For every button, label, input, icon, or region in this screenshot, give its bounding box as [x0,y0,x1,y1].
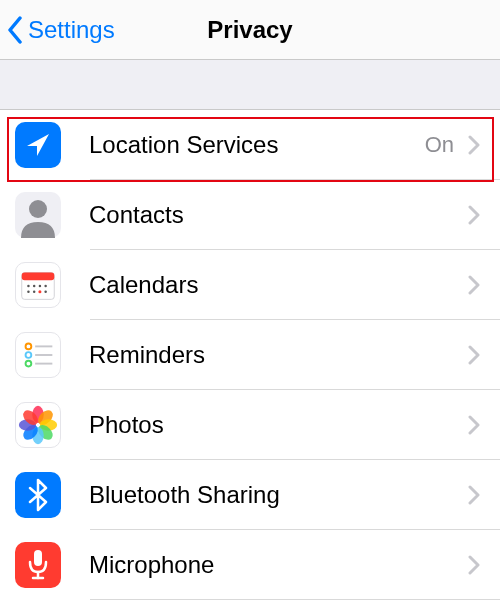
svg-point-5 [39,285,41,287]
row-label: Reminders [89,341,462,369]
chevron-right-icon [462,483,486,507]
svg-point-9 [44,290,46,292]
row-reminders[interactable]: Reminders [0,320,500,390]
calendar-icon [15,262,61,308]
chevron-right-icon [462,133,486,157]
row-label: Bluetooth Sharing [89,481,462,509]
row-label: Microphone [89,551,462,579]
row-value: On [425,132,454,158]
chevron-right-icon [462,413,486,437]
chevron-right-icon [462,203,486,227]
back-label: Settings [28,16,115,44]
chevron-right-icon [462,273,486,297]
svg-point-12 [26,352,32,358]
photos-icon [15,402,61,448]
bluetooth-icon [15,472,61,518]
svg-point-11 [26,344,32,350]
chevron-right-icon [462,343,486,367]
row-label: Calendars [89,271,462,299]
row-contacts[interactable]: Contacts [0,180,500,250]
svg-point-8 [33,290,35,292]
back-button[interactable]: Settings [0,15,115,45]
row-microphone[interactable]: Microphone [0,530,500,600]
row-photos[interactable]: Photos [0,390,500,460]
row-calendars[interactable]: Calendars [0,250,500,320]
location-arrow-icon [15,122,61,168]
back-chevron-icon [6,15,24,45]
reminders-icon [15,332,61,378]
svg-point-13 [26,361,32,367]
svg-rect-25 [34,550,42,566]
row-bluetooth-sharing[interactable]: Bluetooth Sharing [0,460,500,530]
section-spacer [0,60,500,110]
privacy-list: Location Services On Contacts [0,110,500,600]
contacts-icon [15,192,61,238]
svg-rect-2 [22,273,55,281]
svg-point-0 [29,200,47,218]
svg-point-6 [44,285,46,287]
nav-bar: Settings Privacy [0,0,500,60]
row-label: Photos [89,411,462,439]
svg-point-4 [33,285,35,287]
svg-point-3 [27,285,29,287]
row-label: Location Services [89,131,425,159]
row-label: Contacts [89,201,462,229]
svg-point-7 [27,290,29,292]
svg-point-10 [38,290,41,293]
microphone-icon [15,542,61,588]
chevron-right-icon [462,553,486,577]
row-location-services[interactable]: Location Services On [0,110,500,180]
